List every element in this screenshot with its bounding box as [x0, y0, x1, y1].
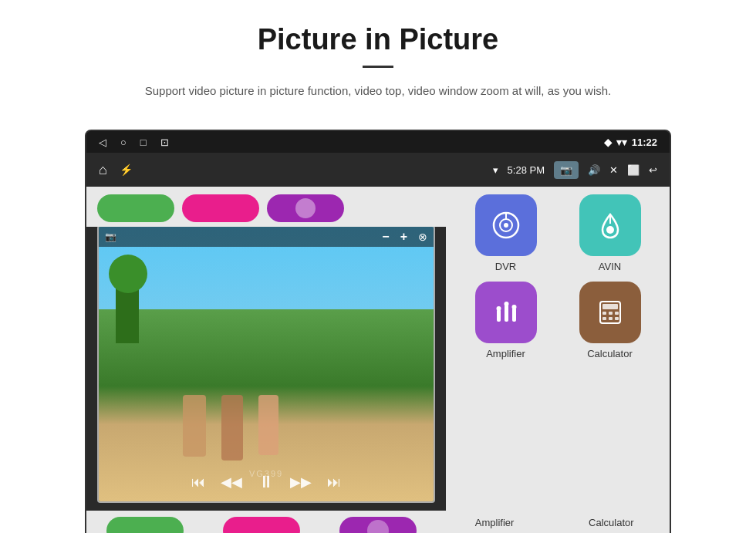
- svg-rect-16: [615, 312, 619, 315]
- wheelkey-btn[interactable]: [339, 517, 417, 533]
- app-bar-time: 5:28 PM: [508, 164, 545, 176]
- avin-icon[interactable]: [579, 194, 641, 256]
- download-icon[interactable]: ⊡: [160, 137, 169, 148]
- app-bar-right: ▾ 5:28 PM 📷 🔊 ✕ ⬜ ↩: [493, 161, 657, 179]
- dvr-app[interactable]: DVR: [464, 194, 548, 272]
- pip-video-window[interactable]: 📷 − + ⊗: [97, 225, 435, 503]
- next-btn[interactable]: ▶▶: [290, 474, 312, 491]
- status-bar: ◁ ○ □ ⊡ ◆ ▾▾ 11:22: [86, 131, 670, 153]
- prev-btn[interactable]: ◀◀: [221, 474, 242, 491]
- amplifier-bottom: Amplifier: [440, 517, 548, 533]
- back-bar-icon[interactable]: ↩: [649, 164, 657, 176]
- amplifier-app[interactable]: Amplifier: [464, 282, 548, 359]
- page-subtitle: Support video picture in picture functio…: [116, 82, 640, 100]
- pip-close-btn[interactable]: ⊗: [418, 231, 427, 243]
- svg-rect-15: [609, 312, 613, 315]
- wifi-icon: ▾▾: [616, 137, 627, 148]
- svg-rect-6: [497, 309, 501, 322]
- amplifier-label: Amplifier: [486, 348, 525, 359]
- amplifier-bottom-label: Amplifier: [475, 517, 515, 528]
- page-title: Picture in Picture: [46, 23, 710, 56]
- forward-btn[interactable]: ⏭: [327, 474, 341, 491]
- avin-label: AVIN: [599, 261, 621, 272]
- camera-button[interactable]: 📷: [554, 161, 579, 179]
- app-bar-left: ⌂ ⚡: [99, 162, 133, 178]
- calculator-app[interactable]: Calculator: [568, 282, 653, 359]
- page-header: Picture in Picture Support video picture…: [0, 0, 756, 113]
- dvr-svg: [489, 208, 523, 242]
- status-bar-right: ◆ ▾▾ 11:22: [604, 137, 657, 148]
- title-divider: [363, 66, 393, 68]
- svg-rect-17: [602, 317, 606, 320]
- siriusxm-btn-top[interactable]: [182, 194, 259, 222]
- square-icon[interactable]: □: [140, 137, 147, 148]
- bottom-app-labels: Netflix SiriusXM Wheelkey Study Amplifie…: [86, 511, 670, 533]
- home-icon[interactable]: ○: [120, 137, 127, 148]
- calculator-bottom: Calculator: [557, 517, 665, 533]
- avin-app[interactable]: AVIN: [568, 194, 653, 272]
- wheelkey-bottom: Wheelkey Study: [324, 517, 432, 533]
- svg-rect-13: [602, 304, 618, 309]
- volume-icon[interactable]: 🔊: [588, 164, 600, 176]
- rewind-btn[interactable]: ⏮: [191, 474, 205, 491]
- pip-minus-btn[interactable]: −: [382, 230, 389, 244]
- svg-point-2: [504, 223, 508, 228]
- calculator-icon[interactable]: [579, 282, 641, 343]
- svg-point-9: [496, 306, 501, 311]
- pip-camera-icon: 📷: [105, 231, 116, 242]
- close-x-icon[interactable]: ✕: [609, 164, 618, 176]
- wheelkey-btn-top[interactable]: [267, 194, 344, 222]
- device-frame: ◁ ○ □ ⊡ ◆ ▾▾ 11:22 ⌂ ⚡ ▾ 5:28 PM 📷 🔊 ✕ ⬜…: [85, 130, 671, 533]
- netflix-btn-top[interactable]: [97, 194, 174, 222]
- main-content: 📷 − + ⊗: [86, 187, 670, 511]
- pip-area: 📷 − + ⊗: [86, 187, 446, 511]
- play-btn[interactable]: ⏸: [258, 472, 275, 492]
- amplifier-icon[interactable]: [475, 282, 537, 343]
- usb-icon: ⚡: [120, 164, 133, 176]
- video-scene: VG399: [99, 227, 434, 501]
- svg-rect-19: [615, 317, 619, 320]
- amplifier-svg: [489, 295, 523, 329]
- svg-rect-8: [512, 308, 516, 322]
- svg-point-10: [504, 302, 508, 306]
- dvr-icon[interactable]: [475, 194, 537, 256]
- calculator-svg: [593, 295, 627, 329]
- app-grid-area: DVR AVIN: [446, 187, 670, 511]
- window-icon[interactable]: ⬜: [627, 164, 640, 176]
- pip-plus-btn[interactable]: +: [400, 230, 407, 244]
- siriusxm-btn[interactable]: [223, 517, 300, 533]
- netflix-bottom: Netflix: [91, 517, 199, 533]
- avin-svg: [593, 208, 627, 242]
- status-bar-left: ◁ ○ □ ⊡: [99, 137, 169, 148]
- home-app-icon[interactable]: ⌂: [99, 162, 107, 178]
- location-icon: ◆: [604, 137, 612, 148]
- back-icon[interactable]: ◁: [99, 137, 106, 148]
- svg-point-4: [606, 226, 614, 234]
- calculator-bottom-label: Calculator: [589, 517, 634, 528]
- netflix-btn[interactable]: [106, 517, 184, 533]
- dvr-label: DVR: [495, 261, 516, 272]
- siriusxm-bottom: SiriusXM: [208, 517, 316, 533]
- svg-point-11: [511, 305, 516, 309]
- calculator-label: Calculator: [587, 348, 633, 359]
- app-row-1: DVR AVIN: [454, 194, 662, 272]
- app-row-2: Amplifier: [454, 282, 662, 359]
- app-bar: ⌂ ⚡ ▾ 5:28 PM 📷 🔊 ✕ ⬜ ↩: [86, 153, 670, 187]
- svg-rect-14: [602, 312, 606, 315]
- pip-top-bar: 📷 − + ⊗: [99, 227, 434, 247]
- wifi-bar-icon: ▾: [493, 164, 498, 176]
- status-time: 11:22: [632, 137, 657, 148]
- svg-rect-7: [505, 305, 508, 322]
- media-controls: ⏮ ◀◀ ⏸ ▶▶ ⏭: [99, 472, 434, 492]
- svg-rect-18: [609, 317, 613, 320]
